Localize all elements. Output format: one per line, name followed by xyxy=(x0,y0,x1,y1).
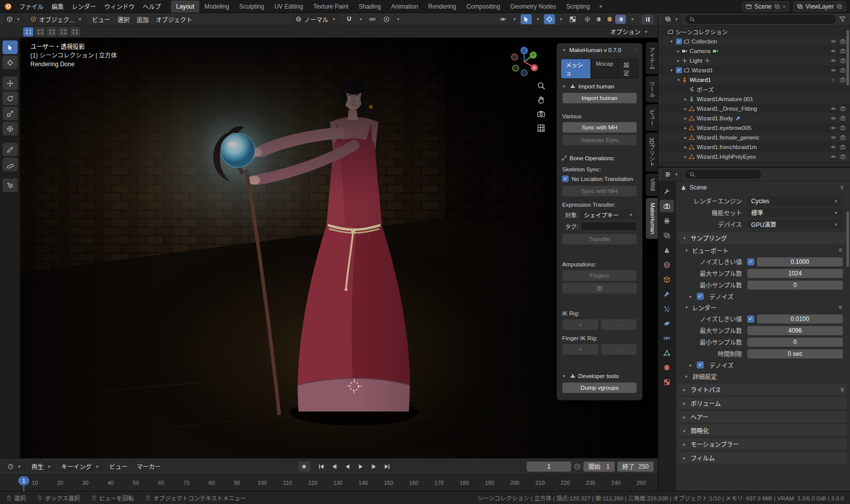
select-mode-extend-button[interactable] xyxy=(35,27,45,36)
tool-cursor[interactable] xyxy=(3,56,18,69)
collapsed-section-header[interactable]: ▸簡略化 xyxy=(678,425,847,436)
play-reverse-button[interactable] xyxy=(342,462,354,472)
expand-icon[interactable]: ▸ xyxy=(683,106,689,111)
tool-add-cube[interactable] xyxy=(3,178,18,192)
start-frame-field[interactable]: 開始 1 xyxy=(583,462,615,472)
tab-settings[interactable]: 設定 xyxy=(618,59,639,79)
shading-wireframe-button[interactable] xyxy=(582,15,592,24)
outliner-search[interactable] xyxy=(685,15,836,24)
transform-orientation-dropdown[interactable]: ノーマル▾ xyxy=(292,14,341,24)
bone-operations-section[interactable]: Bone Operations: xyxy=(557,152,642,163)
render-visibility-icon[interactable] xyxy=(840,144,846,150)
ik-rig-remove-button[interactable]: - xyxy=(601,319,637,330)
options-dropdown[interactable]: オプション▾ xyxy=(607,27,653,37)
tab-tool[interactable] xyxy=(660,185,674,198)
app-menu-item[interactable]: ウィンドウ xyxy=(100,0,139,13)
dump-vgroups-button[interactable]: Dump vgroups xyxy=(562,382,637,393)
app-menu-item[interactable]: レンダー xyxy=(68,0,100,13)
render-visibility-icon[interactable] xyxy=(840,106,846,112)
developer-tools-section[interactable]: ▾ Developer tools xyxy=(557,370,642,381)
sidebar-tab[interactable]: VRM xyxy=(646,173,658,196)
max-samples-field[interactable]: 4096 xyxy=(747,326,843,335)
outliner-row-scene-collection[interactable]: シーンコレクション xyxy=(658,27,850,36)
tab-output[interactable] xyxy=(660,214,674,227)
new-scene-icon[interactable] xyxy=(774,4,780,10)
keying-menu[interactable]: キーイング▾ xyxy=(58,462,104,472)
time-limit-field[interactable]: 0 sec xyxy=(747,349,843,358)
presets-icon[interactable]: ≡ xyxy=(840,386,844,393)
outliner-row-body[interactable]: ▸ Wizard1.Body xyxy=(658,113,850,123)
min-samples-field[interactable]: 0 xyxy=(747,281,843,290)
3d-viewport[interactable]: ユーザー・透視投影 (1) シーンコレクション | 立方体 Rendering … xyxy=(0,38,658,458)
previous-keyframe-button[interactable] xyxy=(328,462,341,472)
transfer-button[interactable]: Transfer xyxy=(562,234,637,245)
camera-view-icon[interactable] xyxy=(537,110,545,118)
properties-scrollbar[interactable] xyxy=(846,211,849,267)
outliner-editor-type-button[interactable]: ▾ xyxy=(662,14,682,24)
collapsed-section-header[interactable]: ▸フィルム xyxy=(678,452,847,464)
collapsed-section-header[interactable]: ▸ボリューム xyxy=(678,397,847,409)
pin-icon[interactable] xyxy=(839,185,845,191)
app-menu-item[interactable]: ファイル xyxy=(15,0,48,13)
shading-rendered-button[interactable] xyxy=(615,15,626,24)
zoom-icon[interactable] xyxy=(537,81,545,90)
app-menu-item[interactable]: ヘルプ xyxy=(139,0,165,13)
add-workspace-button[interactable]: + xyxy=(595,2,607,12)
tab-constraints[interactable] xyxy=(660,332,674,344)
expand-icon[interactable]: ▸ xyxy=(683,116,689,121)
expand-icon[interactable]: ▸ xyxy=(683,135,689,140)
jump-to-end-button[interactable] xyxy=(381,462,393,472)
eye-icon[interactable] xyxy=(830,144,836,150)
tool-rotate[interactable] xyxy=(3,91,18,105)
noise-threshold-checkbox[interactable]: ✓ xyxy=(747,258,754,265)
outliner-row-camera[interactable]: ▸ Camera xyxy=(658,46,850,56)
outliner-row-wizard1-collection[interactable]: ▾ ✓ Wizard1 xyxy=(658,65,850,75)
outliner-row-female-generic[interactable]: ▸ Wizard1.female_generic xyxy=(658,132,850,142)
panel-drag-icon[interactable]: :: xyxy=(634,47,638,53)
viewport-denoise-row[interactable]: ▸✓ デノイズ xyxy=(675,291,850,302)
render-engine-select[interactable]: Cycles▾ xyxy=(747,197,843,206)
timeline-editor-type-button[interactable]: ▾ xyxy=(4,462,26,472)
render-denoise-row[interactable]: ▸✓ デノイズ xyxy=(675,359,850,371)
expand-icon[interactable]: ▸ xyxy=(683,145,689,150)
tab-material[interactable] xyxy=(660,361,674,374)
device-select[interactable]: GPU演算▾ xyxy=(747,220,843,229)
finger-ik-remove-button[interactable]: - xyxy=(601,344,637,355)
tab-modifiers[interactable] xyxy=(660,288,674,300)
tab-object[interactable] xyxy=(660,273,674,286)
shading-options-icon[interactable]: ▾ xyxy=(629,17,635,22)
playback-menu[interactable]: 再生▾ xyxy=(28,462,56,472)
expand-icon[interactable]: ▸ xyxy=(683,125,689,130)
visibility-menu[interactable] xyxy=(497,14,508,24)
outliner-row-light[interactable]: ▸ Light xyxy=(658,56,850,65)
timeline-ruler[interactable]: 1020304050607080901001101201301401501601… xyxy=(0,474,658,491)
sidebar-tab[interactable]: ツール xyxy=(646,76,658,103)
noise-threshold-checkbox[interactable]: ✓ xyxy=(747,315,754,323)
tool-measure[interactable] xyxy=(3,158,18,171)
tab-particles[interactable] xyxy=(660,302,674,315)
workspace-tab[interactable]: Animation xyxy=(386,1,423,13)
viewlayer-selector[interactable]: ViewLayer xyxy=(793,2,846,12)
expand-icon[interactable]: ▾ xyxy=(668,39,674,44)
sidebar-tab[interactable]: MakeHuman xyxy=(646,198,658,239)
skeleton-sync-with-mh-button[interactable]: Sync with MH xyxy=(562,186,637,197)
select-mode-set-button[interactable] xyxy=(23,27,33,36)
outliner-row-frenchbraid[interactable]: ▸ Wizard1.frenchbraid1m xyxy=(658,142,850,152)
workspace-tab[interactable]: Geometry Nodes xyxy=(505,1,561,13)
max-samples-field[interactable]: 1024 xyxy=(747,269,843,278)
scene-selector[interactable]: Scene × xyxy=(742,2,789,12)
render-visibility-icon[interactable] xyxy=(840,67,846,73)
viewport-subsection-header[interactable]: ▾ビューポート ≡ xyxy=(675,245,850,256)
workspace-tab[interactable]: Texture Paint xyxy=(308,1,354,13)
pause-render-button[interactable] xyxy=(642,15,654,24)
viewport-menu-item[interactable]: ビュー xyxy=(89,14,114,25)
properties-editor-type-button[interactable]: ▾ xyxy=(662,169,682,179)
eye-icon[interactable] xyxy=(830,115,836,121)
outliner-row-dress-fitting[interactable]: ▸ Wizard1._Dress_Fitting xyxy=(658,104,850,113)
tab-view-layer[interactable] xyxy=(660,229,674,242)
collection-checkbox[interactable]: ✓ xyxy=(676,38,682,44)
workspace-tab[interactable]: Rendering xyxy=(423,1,461,13)
collapsed-section-header[interactable]: ▸モーションブラー xyxy=(678,438,847,450)
proportional-falloff-icon[interactable]: ▾ xyxy=(395,17,401,22)
toggle-perspective-icon[interactable] xyxy=(537,124,545,132)
